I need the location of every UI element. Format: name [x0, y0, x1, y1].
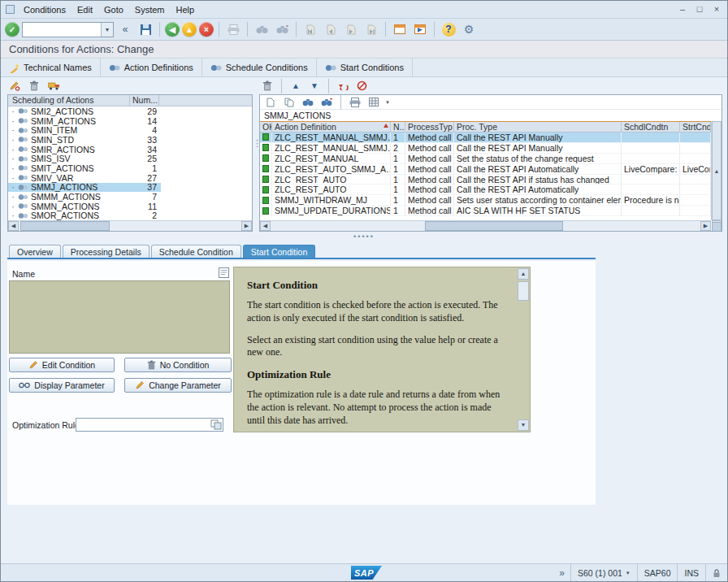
- scroll-track[interactable]: [19, 221, 241, 231]
- scroll-left-button[interactable]: ◀: [8, 221, 19, 231]
- transport-button[interactable]: [46, 80, 61, 93]
- tree-item[interactable]: ·SMMM_ACTIONS7: [8, 192, 252, 202]
- condition-name-area[interactable]: [9, 280, 230, 354]
- vertical-splitter[interactable]: ⋮: [253, 139, 259, 148]
- optimization-rule-input[interactable]: [76, 420, 210, 430]
- layout-dropdown-icon[interactable]: ▼: [385, 100, 390, 105]
- value-help-icon[interactable]: [210, 419, 222, 430]
- prev-page-button[interactable]: [322, 21, 340, 37]
- status-lock-field[interactable]: [705, 564, 727, 581]
- tab-start-condition[interactable]: Start Condition: [243, 245, 315, 258]
- scroll-left-button[interactable]: ◀: [260, 221, 271, 231]
- start-conditions-button[interactable]: Start Conditions: [317, 59, 413, 76]
- tree-item[interactable]: ·SMIT_ACTIONS1: [8, 163, 252, 173]
- tree-item[interactable]: ·SMIN_ITEM4: [8, 125, 252, 135]
- column-n[interactable]: N...: [391, 122, 405, 132]
- table-print-button[interactable]: [348, 96, 362, 109]
- table-row[interactable]: ZLC_REST_AUTO1Method callCall the REST A…: [260, 185, 711, 195]
- last-page-button[interactable]: [362, 21, 380, 37]
- minimize-button[interactable]: –: [675, 3, 690, 15]
- tree-item[interactable]: ·SMOR_ACTIONS2: [8, 211, 252, 221]
- help-scroll-down-button[interactable]: ▼: [518, 419, 529, 431]
- tree-column-num[interactable]: Num...: [130, 95, 159, 106]
- maximize-button[interactable]: □: [692, 3, 707, 15]
- menu-system[interactable]: System: [129, 3, 171, 16]
- tree-item-selected[interactable]: ·SMMJ_ACTIONS37: [8, 183, 252, 193]
- display-parameter-button[interactable]: Display Parameter: [9, 378, 115, 393]
- menu-goto[interactable]: Goto: [98, 3, 129, 16]
- table-row[interactable]: SMMJ_WITHDRAW_MJ1Method callSets user st…: [260, 195, 711, 206]
- first-page-button[interactable]: [301, 21, 319, 37]
- scroll-right-button[interactable]: ▶: [241, 221, 252, 231]
- scroll-thumb[interactable]: [20, 221, 110, 231]
- column-ok[interactable]: OK: [260, 122, 272, 132]
- delete-row-button[interactable]: [260, 80, 275, 93]
- display-change-button[interactable]: [7, 80, 22, 93]
- scroll-thumb[interactable]: [425, 221, 563, 231]
- no-condition-button[interactable]: No Condition: [124, 358, 232, 372]
- help-scroll-up-button[interactable]: ▲: [518, 268, 529, 280]
- tab-schedule-condition[interactable]: Schedule Condition: [151, 245, 241, 258]
- move-up-button[interactable]: ▲: [288, 80, 303, 93]
- scroll-track[interactable]: [271, 221, 700, 231]
- command-dropdown-icon[interactable]: ▼: [101, 23, 113, 37]
- table-row[interactable]: ZLC_REST_AUTO1Method callCall the REST A…: [260, 175, 711, 185]
- table-row[interactable]: ZLC_REST_MANUAL_SMMJ…2Method callCall th…: [260, 143, 711, 154]
- menu-help[interactable]: Help: [171, 3, 201, 16]
- help-button[interactable]: ?: [440, 21, 457, 37]
- table-find-next-button[interactable]: [319, 96, 334, 109]
- edit-condition-button[interactable]: Edit Condition: [9, 358, 115, 372]
- change-parameter-button[interactable]: Change Parameter: [124, 378, 232, 393]
- status-expand-icon[interactable]: »: [553, 567, 570, 579]
- enter-button[interactable]: ✓: [5, 22, 20, 37]
- status-system-field[interactable]: S60 (1) 001 ▼: [570, 564, 637, 581]
- print-button[interactable]: [224, 21, 242, 37]
- cancel-button[interactable]: ×: [199, 22, 214, 37]
- tab-processing-details[interactable]: Processing Details: [63, 245, 150, 258]
- create-shortcut-button[interactable]: [411, 21, 429, 37]
- column-proc-type[interactable]: Proc. Type: [454, 122, 622, 132]
- tree-item[interactable]: ·SMIS_ISV25: [8, 154, 252, 163]
- back-button[interactable]: ◀: [165, 22, 180, 37]
- status-insert-mode-field[interactable]: INS: [677, 564, 705, 581]
- tab-overview[interactable]: Overview: [9, 245, 61, 258]
- close-button[interactable]: ×: [709, 3, 724, 15]
- tree-item[interactable]: ·SMIM_ACTIONS14: [8, 116, 252, 126]
- column-strtcnd[interactable]: StrtCnd...: [680, 122, 711, 132]
- action-definitions-button[interactable]: Action Definitions: [101, 59, 202, 76]
- new-session-button[interactable]: [391, 21, 409, 37]
- column-processtyp[interactable]: ProcessTyp: [405, 122, 454, 132]
- tree-item[interactable]: ·SMI2_ACTIONS29: [8, 106, 252, 116]
- window-menu-icon[interactable]: [6, 5, 15, 14]
- system-dropdown-icon[interactable]: ▼: [626, 571, 630, 575]
- tree-item[interactable]: ·SMIN_STD33: [8, 135, 252, 145]
- collapse-command-icon[interactable]: «: [116, 21, 134, 37]
- table-row-selected[interactable]: ZLC_REST_MANUAL_SMMJ…1Method callCall th…: [260, 132, 711, 143]
- copy-row-button[interactable]: [282, 96, 297, 109]
- help-scroll-thumb[interactable]: [518, 281, 529, 301]
- technical-names-button[interactable]: Technical Names: [1, 59, 101, 76]
- tree-item[interactable]: ·SMIV_VAR27: [8, 173, 252, 183]
- find-next-button[interactable]: [273, 21, 291, 37]
- table-row[interactable]: ZLC_REST_AUTO_SMMJ_A…1Method callCall th…: [260, 164, 711, 175]
- column-schdlcndtn[interactable]: SchdlCndtn: [622, 122, 680, 132]
- command-input[interactable]: [23, 23, 101, 37]
- column-action-definition[interactable]: Action Definition: [272, 122, 391, 132]
- move-down-button[interactable]: ▼: [307, 80, 322, 93]
- save-button[interactable]: [136, 21, 154, 37]
- scroll-thumb[interactable]: [712, 222, 722, 232]
- name-editor-button[interactable]: [219, 267, 229, 280]
- menu-edit[interactable]: Edit: [72, 3, 98, 16]
- next-page-button[interactable]: [342, 21, 360, 37]
- scroll-right-button[interactable]: ▶: [700, 221, 711, 231]
- layout-button[interactable]: [366, 96, 381, 109]
- customize-button[interactable]: ⚙: [460, 21, 478, 37]
- schedule-conditions-button[interactable]: Schedule Conditions: [202, 59, 317, 76]
- undo-button[interactable]: [336, 80, 350, 93]
- tree-item[interactable]: ·SMIR_ACTIONS34: [8, 145, 252, 154]
- horizontal-splitter[interactable]: •••••: [1, 232, 727, 243]
- menu-conditions[interactable]: Conditions: [18, 3, 72, 16]
- table-find-button[interactable]: [301, 96, 315, 109]
- find-button[interactable]: [253, 21, 271, 37]
- scroll-up-button[interactable]: ▲: [712, 121, 722, 220]
